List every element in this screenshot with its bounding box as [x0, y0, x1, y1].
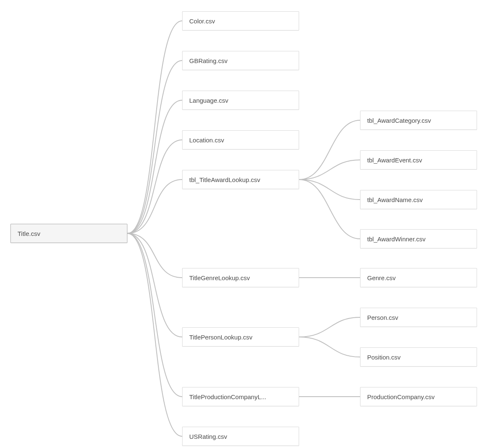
node-titlepersonlookup-csv[interactable]: TitlePersonLookup.csv — [182, 327, 299, 347]
node-label: Person.csv — [367, 314, 470, 321]
node-label: Genre.csv — [367, 274, 470, 281]
node-label: TitleGenreLookup.csv — [189, 274, 292, 281]
node-label: USRating.csv — [189, 433, 292, 440]
node-label: Language.csv — [189, 97, 292, 104]
node-tbl-awardevent-csv[interactable]: tbl_AwardEvent.csv — [360, 150, 477, 170]
node-language-csv[interactable]: Language.csv — [182, 91, 299, 110]
node-label: TitleProductionCompanyL... — [189, 393, 292, 400]
node-tbl-titleawardlookup-csv[interactable]: tbl_TitleAwardLookup.csv — [182, 170, 299, 189]
node-person-csv[interactable]: Person.csv — [360, 308, 477, 327]
node-label: Color.csv — [189, 18, 292, 25]
node-productioncompany-csv[interactable]: ProductionCompany.csv — [360, 387, 477, 406]
node-label: GBRating.csv — [189, 57, 292, 64]
node-location-csv[interactable]: Location.csv — [182, 130, 299, 149]
node-color-csv[interactable]: Color.csv — [182, 11, 299, 30]
node-label: Title.csv — [18, 230, 120, 237]
node-label: TitlePersonLookup.csv — [189, 334, 292, 341]
node-label: tbl_TitleAwardLookup.csv — [189, 176, 292, 183]
node-usrating-csv[interactable]: USRating.csv — [182, 427, 299, 446]
node-label: Location.csv — [189, 137, 292, 144]
node-label: tbl_AwardName.csv — [367, 196, 470, 203]
node-label: tbl_AwardWinner.csv — [367, 235, 470, 243]
node-gbrating-csv[interactable]: GBRating.csv — [182, 51, 299, 70]
node-titleproductioncompanyl-csv[interactable]: TitleProductionCompanyL... — [182, 387, 299, 406]
node-label: tbl_AwardEvent.csv — [367, 157, 470, 164]
node-titlegenrelookup-csv[interactable]: TitleGenreLookup.csv — [182, 268, 299, 287]
node-genre-csv[interactable]: Genre.csv — [360, 268, 477, 287]
node-tbl-awardcategory-csv[interactable]: tbl_AwardCategory.csv — [360, 111, 477, 130]
node-label: tbl_AwardCategory.csv — [367, 117, 470, 124]
node-label: Position.csv — [367, 354, 470, 361]
node-tbl-awardname-csv[interactable]: tbl_AwardName.csv — [360, 190, 477, 209]
node-label: ProductionCompany.csv — [367, 393, 470, 400]
node-position-csv[interactable]: Position.csv — [360, 347, 477, 367]
node-tbl-awardwinner-csv[interactable]: tbl_AwardWinner.csv — [360, 229, 477, 248]
node-title-csv[interactable]: Title.csv — [10, 224, 127, 243]
